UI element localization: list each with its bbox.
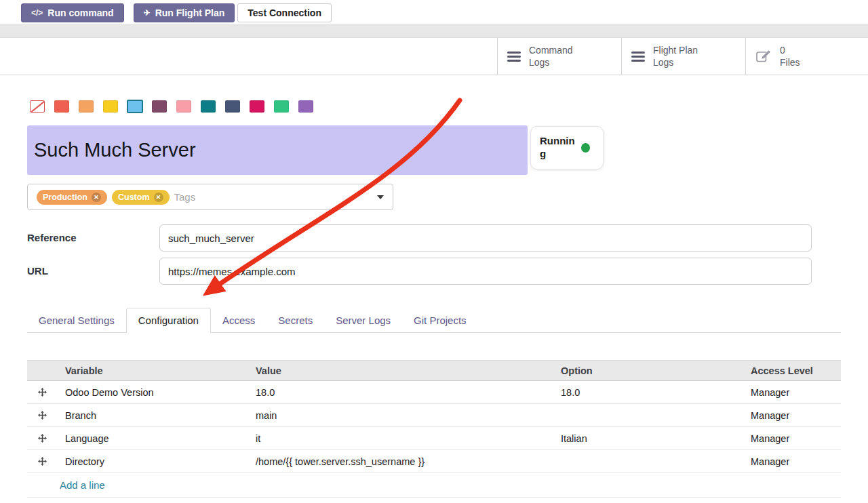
bars-icon (631, 52, 645, 62)
cell-access[interactable]: Manager (743, 387, 841, 398)
drag-handle-icon[interactable] (27, 434, 57, 443)
run-command-button[interactable]: </> Run command (21, 3, 124, 22)
notebook-tabs: General Settings Configuration Access Se… (27, 308, 841, 333)
server-name-text: Such Much Server (34, 139, 196, 161)
header-value: Value (248, 365, 553, 376)
color-swatch-fuchsia[interactable] (250, 100, 264, 113)
table-row: Language it Italian Manager (27, 427, 841, 450)
tab-configuration[interactable]: Configuration (126, 308, 211, 333)
table-row: Odoo Demo Version 18.0 18.0 Manager (27, 381, 841, 404)
tag-custom-label: Custom (118, 193, 150, 202)
test-connection-label: Test Connection (248, 7, 321, 18)
color-swatch-dark-blue[interactable] (225, 100, 240, 113)
color-swatch-yellow[interactable] (103, 100, 118, 113)
cell-access[interactable]: Manager (743, 456, 841, 467)
tags-placeholder: Tags (174, 191, 196, 203)
tab-secrets[interactable]: Secrets (267, 308, 324, 332)
url-input[interactable] (159, 258, 812, 285)
color-swatch-green[interactable] (274, 100, 289, 113)
tag-production[interactable]: Production ✕ (37, 190, 107, 205)
edit-pencil-icon (755, 49, 772, 64)
stat-button-bar: Command Logs Flight Plan Logs 0 Files (0, 38, 868, 75)
drag-handle-icon[interactable] (27, 388, 57, 397)
url-field-row: URL (27, 258, 812, 285)
status-indicator[interactable]: Running (530, 126, 604, 169)
cell-variable[interactable]: Language (57, 433, 248, 444)
cell-value[interactable]: 18.0 (248, 387, 553, 398)
tag-custom-remove-icon[interactable]: ✕ (154, 193, 163, 202)
variables-table: Variable Value Option Access Level Odoo … (27, 360, 841, 498)
tab-git-projects[interactable]: Git Projects (402, 308, 478, 332)
plane-icon: ✈ (144, 8, 151, 18)
cell-variable[interactable]: Branch (57, 410, 248, 421)
add-line-row: Add a line (27, 473, 841, 498)
color-swatch-purple[interactable] (298, 100, 313, 113)
url-label: URL (27, 258, 159, 285)
code-icon: </> (31, 8, 43, 18)
cell-access[interactable]: Manager (743, 410, 841, 421)
tag-custom[interactable]: Custom ✕ (112, 190, 170, 205)
run-flight-plan-label: Run Flight Plan (155, 7, 225, 18)
color-swatch-salmon[interactable] (176, 100, 191, 113)
flight-plan-logs-label: Flight Plan Logs (653, 44, 698, 68)
tag-production-label: Production (43, 193, 87, 202)
command-logs-label: Command Logs (529, 44, 573, 68)
header-access-level: Access Level (743, 365, 841, 376)
table-row: Directory /home/{{ tower.server.ssh_user… (27, 450, 841, 473)
command-logs-button[interactable]: Command Logs (497, 38, 621, 75)
reference-field-row: Reference (27, 224, 812, 252)
cell-variable[interactable]: Directory (57, 456, 248, 467)
flight-plan-logs-button[interactable]: Flight Plan Logs (621, 38, 745, 75)
cell-variable[interactable]: Odoo Demo Version (57, 387, 248, 398)
table-row: Branch main Manager (27, 404, 841, 427)
cell-value[interactable]: main (248, 410, 553, 421)
color-swatch-teal[interactable] (201, 100, 216, 113)
run-command-label: Run command (47, 7, 113, 18)
bars-icon (507, 52, 521, 62)
color-picker (30, 100, 313, 113)
color-swatch-none[interactable] (30, 100, 45, 113)
tab-general-settings[interactable]: General Settings (27, 308, 126, 332)
color-swatch-dark-purple[interactable] (152, 100, 167, 113)
cell-option[interactable]: 18.0 (553, 387, 743, 398)
color-swatch-light-blue[interactable] (127, 100, 143, 113)
tab-server-logs[interactable]: Server Logs (324, 308, 402, 332)
chevron-down-icon[interactable] (377, 195, 384, 199)
cell-value[interactable]: /home/{{ tower.server.ssh_username }} (248, 456, 553, 467)
cell-access[interactable]: Manager (743, 433, 841, 444)
cell-option[interactable]: Italian (553, 433, 743, 444)
action-toolbar: </> Run command ✈ Run Flight Plan Test C… (21, 3, 332, 22)
run-flight-plan-button[interactable]: ✈ Run Flight Plan (134, 3, 235, 22)
test-connection-button[interactable]: Test Connection (237, 3, 332, 22)
server-form-page: </> Run command ✈ Run Flight Plan Test C… (0, 0, 868, 503)
status-label: Running (540, 135, 575, 161)
tab-access[interactable]: Access (211, 308, 267, 332)
files-label: 0 Files (780, 44, 800, 68)
cell-value[interactable]: it (248, 433, 553, 444)
tag-production-remove-icon[interactable]: ✕ (92, 193, 101, 202)
color-swatch-orange[interactable] (79, 100, 94, 113)
server-name-input[interactable]: Such Much Server (27, 125, 528, 175)
color-swatch-red[interactable] (54, 100, 69, 113)
header-variable: Variable (57, 365, 248, 376)
add-a-line-link[interactable]: Add a line (60, 479, 105, 491)
drag-handle-icon[interactable] (27, 411, 57, 420)
reference-input[interactable] (159, 224, 812, 252)
header-option: Option (553, 365, 743, 376)
status-dot (581, 143, 590, 153)
files-button[interactable]: 0 Files (745, 38, 868, 75)
drag-handle-icon[interactable] (27, 457, 57, 466)
reference-label: Reference (27, 224, 159, 252)
tags-input[interactable]: Production ✕ Custom ✕ Tags (27, 184, 393, 210)
header-divider-strip (0, 24, 868, 38)
table-header-row: Variable Value Option Access Level (27, 360, 841, 381)
